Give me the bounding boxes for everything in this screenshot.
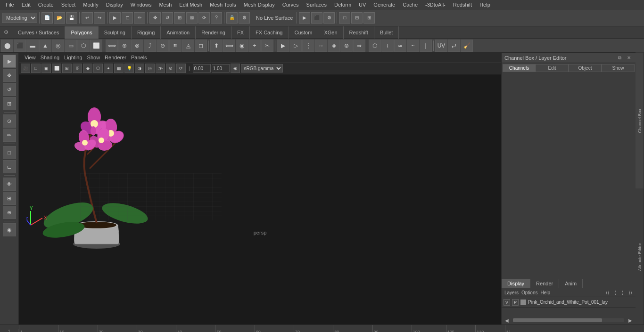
layout-single-btn[interactable]: □ xyxy=(339,12,350,24)
panel-close-btn[interactable]: ✕ xyxy=(625,54,633,62)
timeline-numbers[interactable]: 1 10 20 30 40 50 60 70 80 90 100 105 110… xyxy=(19,325,510,332)
vp-aa-btn[interactable]: ⟳ xyxy=(176,64,186,73)
redo-btn[interactable]: ↪ xyxy=(94,12,105,24)
menu-curves[interactable]: Curves xyxy=(279,0,303,9)
cb-tab-channels[interactable]: Channels xyxy=(503,64,536,72)
lasso-btn[interactable]: ⊏ xyxy=(3,160,16,173)
soften-icon[interactable]: ~ xyxy=(407,40,419,52)
tab-rigging[interactable]: Rigging xyxy=(132,26,161,39)
layout-split-btn[interactable]: ⊟ xyxy=(351,12,363,24)
triangulate-icon[interactable]: ◬ xyxy=(182,40,194,52)
menu-3dtool[interactable]: -3DtoAll- xyxy=(421,0,449,9)
show-hide-btn[interactable]: 👁 xyxy=(3,178,16,191)
menu-uv[interactable]: UV xyxy=(355,0,370,9)
vp-menu-renderer[interactable]: Renderer xyxy=(103,55,128,60)
offset-loop-icon[interactable]: ▷ xyxy=(289,40,302,52)
vp-res-btn[interactable]: ▣ xyxy=(41,64,51,73)
menu-windows[interactable]: Windows xyxy=(127,0,156,9)
cb-tab-edit[interactable]: Edit xyxy=(536,64,569,72)
disk-icon[interactable]: ⬡ xyxy=(77,40,90,52)
exposure-input[interactable] xyxy=(193,64,211,73)
scale-btn[interactable]: ⊞ xyxy=(174,12,185,24)
marquee-btn[interactable]: □ xyxy=(3,146,16,159)
scale-tool-btn[interactable]: ⊞ xyxy=(3,97,16,110)
layout-quad-btn[interactable]: ⊞ xyxy=(363,12,375,24)
snap-to-grid-btn[interactable]: 🔒 xyxy=(226,12,238,24)
paint-sel-btn[interactable]: ✏ xyxy=(134,12,145,24)
boolean-icon[interactable]: ⊖ xyxy=(157,40,169,52)
crease-icon[interactable]: ≀ xyxy=(381,40,394,52)
tab-custom[interactable]: Custom xyxy=(289,26,319,39)
snap-settings-btn[interactable]: ⚙ xyxy=(239,12,250,24)
move-tool-btn[interactable]: ✥ xyxy=(3,69,16,82)
soft-select-btn[interactable]: ⊙ xyxy=(3,114,16,128)
undo-btn[interactable]: ↩ xyxy=(82,12,93,24)
vp-film-btn[interactable]: □ xyxy=(31,64,41,73)
menu-deform[interactable]: Deform xyxy=(330,0,355,9)
vp-smooth-shade-btn[interactable]: ● xyxy=(104,64,113,73)
color-managed-btn[interactable]: ◉ xyxy=(231,64,240,73)
tab-fx[interactable]: FX xyxy=(231,26,250,39)
layers-options[interactable]: Options xyxy=(520,290,538,295)
menu-edit[interactable]: Edit xyxy=(18,0,34,9)
menu-edit-mesh[interactable]: Edit Mesh xyxy=(175,0,206,9)
connect-icon[interactable]: ⋮ xyxy=(302,40,314,52)
dr-tab-render[interactable]: Render xyxy=(530,279,559,288)
select-tool-btn[interactable]: ▶ xyxy=(3,55,16,68)
delete-edge-icon[interactable]: ✂ xyxy=(261,40,273,52)
new-scene-btn[interactable]: 📄 xyxy=(41,12,53,24)
move-btn[interactable]: ✥ xyxy=(149,12,161,24)
mirror-icon[interactable]: ⟺ xyxy=(106,40,118,52)
combine-icon[interactable]: ⊕ xyxy=(118,40,131,52)
layers-scroll-thumb[interactable] xyxy=(513,318,602,322)
vp-motion-btn[interactable]: ≫ xyxy=(156,64,165,73)
layer-visible-btn[interactable]: V xyxy=(504,299,510,306)
extrude-icon[interactable]: ⬆ xyxy=(210,40,223,52)
layer-playback-btn[interactable]: P xyxy=(512,299,519,306)
material-btn[interactable]: ◉ xyxy=(3,223,16,236)
uv-editor-icon[interactable]: UV xyxy=(435,40,447,52)
cone-icon[interactable]: ▲ xyxy=(39,40,51,52)
panel-float-btn[interactable]: ⧉ xyxy=(616,54,623,62)
vp-dof-btn[interactable]: ⊙ xyxy=(166,64,175,73)
target-weld-icon[interactable]: ◈ xyxy=(328,40,340,52)
layer-color-swatch[interactable] xyxy=(520,300,526,305)
quad-icon[interactable]: ◻ xyxy=(195,40,207,52)
cb-tab-object[interactable]: Object xyxy=(569,64,602,72)
menu-generate[interactable]: Generate xyxy=(370,0,399,9)
vp-safe-btn[interactable]: ⬜ xyxy=(52,64,61,73)
tab-animation[interactable]: Animation xyxy=(161,26,196,39)
menu-cache[interactable]: Cache xyxy=(399,0,421,9)
menu-mesh-tools[interactable]: Mesh Tools xyxy=(206,0,239,9)
vp-tex-btn[interactable]: ▩ xyxy=(114,64,124,73)
lasso-btn[interactable]: ⊏ xyxy=(122,12,133,24)
paint-btn[interactable]: ✏ xyxy=(3,129,16,142)
cb-tab-show[interactable]: Show xyxy=(602,64,635,72)
menu-mesh[interactable]: Mesh xyxy=(155,0,175,9)
insert-loop-icon[interactable]: ▶ xyxy=(277,40,289,52)
color-space-dropdown[interactable]: sRGB gamma xyxy=(241,64,283,73)
menu-create[interactable]: Create xyxy=(34,0,58,9)
universal-manip-btn[interactable]: ⊠ xyxy=(186,12,198,24)
soft-mod-btn[interactable]: ⟳ xyxy=(198,12,210,24)
vp-lights-btn[interactable]: 💡 xyxy=(124,64,134,73)
open-btn[interactable]: 📂 xyxy=(54,12,65,24)
vp-scene-area[interactable]: X Y Z persp xyxy=(19,74,501,239)
torus-icon[interactable]: ◎ xyxy=(52,40,64,52)
menu-modify[interactable]: Modify xyxy=(79,0,102,9)
slide-icon[interactable]: ↔ xyxy=(315,40,327,52)
extract-icon[interactable]: ⤴ xyxy=(144,40,156,52)
dr-tab-display[interactable]: Display xyxy=(502,279,530,288)
menu-file[interactable]: File xyxy=(2,0,18,9)
show-manip-btn[interactable]: ? xyxy=(211,12,222,24)
vp-hud-btn[interactable]: ⌹ xyxy=(73,64,82,73)
plane-icon[interactable]: ▭ xyxy=(65,40,77,52)
vp-menu-show[interactable]: Show xyxy=(85,55,102,60)
append-icon[interactable]: + xyxy=(248,40,261,52)
menu-redshift[interactable]: Redshift xyxy=(449,0,476,9)
vp-menu-panels[interactable]: Panels xyxy=(129,55,149,60)
vp-wireframe-btn[interactable]: ⬡ xyxy=(93,64,103,73)
fill-hole-icon[interactable]: ◉ xyxy=(236,40,248,52)
attribute-editor-side-label[interactable]: Attribute Editor xyxy=(636,189,644,325)
tab-curves-surfaces[interactable]: Curves / Surfaces xyxy=(12,26,65,39)
